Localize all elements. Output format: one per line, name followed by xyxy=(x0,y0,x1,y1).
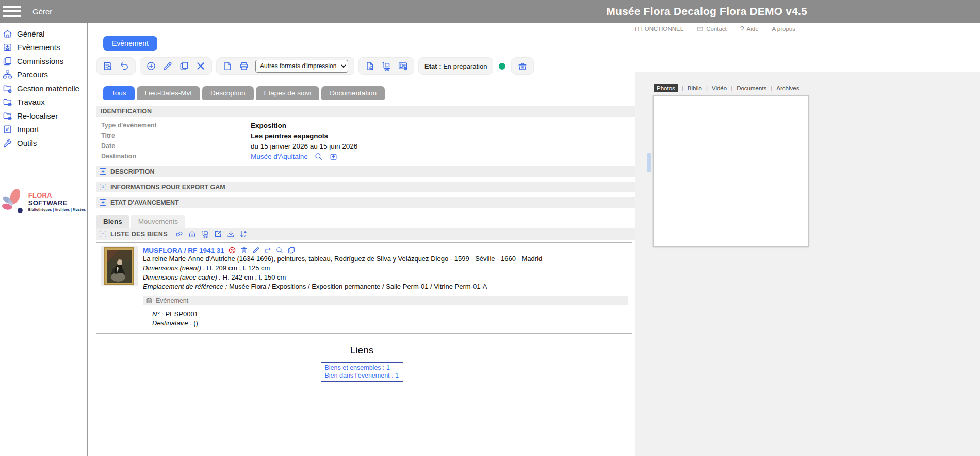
edit-item-button[interactable] xyxy=(252,246,260,254)
field-value: du 15 janvier 2026 au 15 juin 2026 xyxy=(251,142,357,150)
section-description[interactable]: + DESCRIPTION xyxy=(96,166,635,177)
field-label: Destination xyxy=(101,153,251,160)
folder-globe-icon xyxy=(3,97,12,107)
media-tab-photos[interactable]: Photos xyxy=(654,84,678,92)
import-icon xyxy=(3,124,12,134)
export-document-button[interactable] xyxy=(222,61,233,71)
destination-open-button[interactable] xyxy=(329,152,338,161)
duplicate-record-button[interactable] xyxy=(179,61,189,71)
menu-label[interactable]: Gérer xyxy=(32,7,52,16)
state-value: En préparation xyxy=(443,62,487,70)
forward-item-button[interactable] xyxy=(264,246,272,254)
sidebar-item-import[interactable]: Import xyxy=(3,123,87,137)
subtab-mouvements[interactable]: Mouvements xyxy=(131,215,185,228)
section-export-gam[interactable]: + INFORMATIONS POUR EXPORT GAM xyxy=(96,182,635,192)
pencil-icon xyxy=(252,246,260,254)
media-tab-video[interactable]: Vidéo xyxy=(712,85,727,91)
sidebar-item-general[interactable]: Général xyxy=(3,27,87,41)
sitemap-icon xyxy=(3,70,12,79)
contact-link[interactable]: Contact xyxy=(697,26,727,32)
basket-button[interactable] xyxy=(517,61,528,71)
field-row: Date du 15 janvier 2026 au 15 juin 2026 xyxy=(101,141,635,151)
sidebar-item-outils[interactable]: Outils xyxy=(3,136,87,150)
share-arrow-icon xyxy=(264,246,272,254)
status-green-dot xyxy=(499,63,505,70)
state-indicator[interactable]: Etat : En préparation xyxy=(418,57,493,75)
main-content: Evènement Autres formats d'impression... xyxy=(88,23,635,382)
tab-documentation[interactable]: Documentation xyxy=(321,86,385,100)
item-number: N° : PESP0001 xyxy=(152,310,628,319)
liens-biens-ensembles-link[interactable]: Biens et ensembles : 1 xyxy=(325,364,399,372)
media-tab-documents[interactable]: Documents xyxy=(737,85,766,91)
sort-list-button[interactable] xyxy=(239,230,248,238)
document-icon xyxy=(222,61,233,71)
external-link-icon xyxy=(214,230,222,238)
download-list-button[interactable] xyxy=(226,230,235,238)
liens-bien-evenement-link[interactable]: Bien dans l'évènement : 1 xyxy=(325,372,399,380)
open-external-button[interactable] xyxy=(214,230,222,238)
calendar-icon xyxy=(146,297,153,304)
copy-icon xyxy=(179,61,189,71)
edit-record-button[interactable] xyxy=(162,61,173,71)
sidebar-item-commissions[interactable]: Commissions xyxy=(3,54,87,68)
duplicate-item-button[interactable] xyxy=(287,246,296,254)
chain-link-icon xyxy=(175,230,184,238)
record-tabs: Tous Lieu-Dates-Mvt Description Etapes d… xyxy=(103,86,635,100)
basket-items-button[interactable] xyxy=(188,230,197,238)
item-reference-link[interactable]: MUSFLORA / RF 1941 31 xyxy=(143,247,224,254)
sidebar-item-relocaliser[interactable]: Re-localiser xyxy=(3,109,87,123)
attach-document-button[interactable] xyxy=(365,61,375,71)
media-tabs: Photos | Biblio | Vidéo | Documents | Ar… xyxy=(654,84,809,92)
item-thumbnail[interactable] xyxy=(101,246,138,286)
link-items-button[interactable] xyxy=(175,230,184,238)
field-value: Exposition xyxy=(251,122,286,129)
item-event-subheader: Evénement xyxy=(143,296,628,305)
sidebar-item-evenements[interactable]: Evènements xyxy=(3,41,87,55)
add-record-button[interactable] xyxy=(146,61,156,71)
section-etat-avancement[interactable]: + ETAT D'AVANCEMENT xyxy=(96,197,635,208)
back-button[interactable] xyxy=(119,61,129,71)
sidebar-item-gestion-materielle[interactable]: Gestion matérielle xyxy=(3,82,87,95)
tray-download-icon xyxy=(3,42,12,52)
movement-items-button[interactable] xyxy=(201,230,209,238)
print-button[interactable] xyxy=(239,61,249,71)
collapse-minus-icon[interactable]: − xyxy=(100,231,106,237)
apropos-link[interactable]: A propos xyxy=(772,26,795,32)
media-tab-archives[interactable]: Archives xyxy=(776,85,799,91)
item-dimensions: Dimensions (néant) : H. 209 cm ; l. 125 … xyxy=(143,264,628,273)
flora-app: Gérer Musée Flora Decalog Flora DEMO v4.… xyxy=(0,0,980,456)
expand-plus-icon[interactable]: + xyxy=(100,199,106,206)
delete-item-button[interactable] xyxy=(240,246,248,254)
panel-collapse-handle[interactable] xyxy=(647,153,651,172)
record-type-button[interactable]: Evènement xyxy=(103,36,157,51)
logo-software-text: SOFTWARE xyxy=(28,199,68,207)
delete-record-button[interactable] xyxy=(195,61,206,71)
movement-button[interactable] xyxy=(381,61,391,71)
liens-box: Biens et ensembles : 1 Bien dans l'évène… xyxy=(321,362,403,382)
sidebar-item-parcours[interactable]: Parcours xyxy=(3,68,87,82)
tab-tous[interactable]: Tous xyxy=(103,86,135,100)
destination-search-button[interactable] xyxy=(314,152,323,161)
add-media-card-button[interactable] xyxy=(398,61,408,71)
destination-link[interactable]: Musée d'Aquitaine xyxy=(251,153,308,160)
tab-etapes-de-suivi[interactable]: Etapes de suivi xyxy=(256,86,320,100)
expand-plus-icon[interactable]: + xyxy=(100,168,106,175)
folder-globe-icon xyxy=(3,111,12,121)
tab-description[interactable]: Description xyxy=(202,86,254,100)
sidebar-item-travaux[interactable]: Travaux xyxy=(3,95,87,109)
expand-plus-icon[interactable]: + xyxy=(100,184,106,190)
media-tab-biblio[interactable]: Biblio xyxy=(688,85,702,91)
remove-item-button[interactable] xyxy=(228,246,236,254)
hamburger-menu-icon[interactable] xyxy=(3,6,21,17)
search-item-button[interactable] xyxy=(275,246,284,254)
print-format-select[interactable]: Autres formats d'impression... xyxy=(255,60,348,73)
folder-globe-icon xyxy=(3,84,12,93)
aide-link[interactable]: ? Aide xyxy=(740,25,759,33)
subtab-biens[interactable]: Biens xyxy=(96,215,129,228)
list-search-button[interactable] xyxy=(103,61,113,71)
logo-flora-text: FLORA xyxy=(28,191,52,199)
tab-lieu-dates-mvt[interactable]: Lieu-Dates-Mvt xyxy=(137,86,201,100)
bien-card: MUSFLORA / RF 1941 31 La reine Marie-Ann… xyxy=(96,242,632,334)
flora-software-logo: FLORA SOFTWARE Bibliothèques | Archives … xyxy=(1,186,87,217)
top-header-bar: Gérer Musée Flora Decalog Flora DEMO v4.… xyxy=(0,0,980,23)
